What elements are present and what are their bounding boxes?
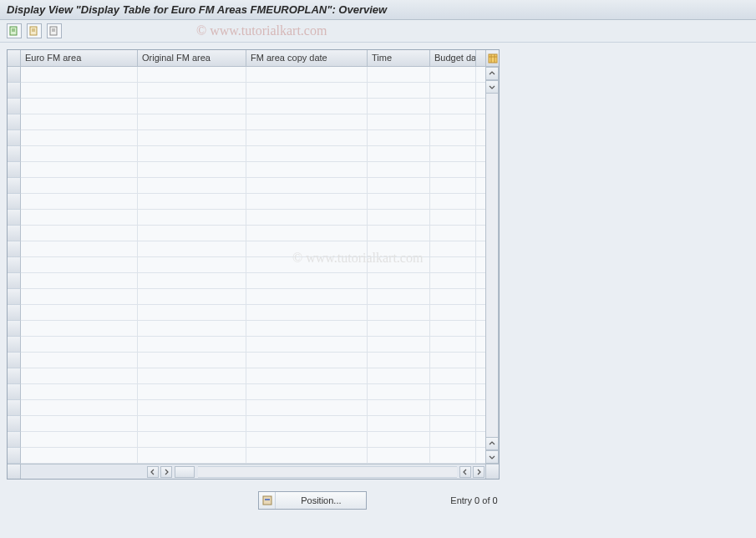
table-cell[interactable] — [368, 67, 430, 82]
table-cell[interactable] — [368, 146, 430, 161]
table-cell[interactable] — [368, 368, 430, 383]
table-cell[interactable] — [138, 384, 246, 399]
table-cell[interactable] — [430, 353, 476, 368]
configure-columns-button[interactable] — [485, 50, 499, 67]
scroll-up-button-bottom[interactable] — [485, 437, 499, 450]
position-button[interactable]: Position... — [258, 491, 367, 510]
table-cell[interactable] — [368, 178, 430, 193]
table-cell[interactable] — [21, 67, 138, 82]
row-selector[interactable] — [8, 241, 21, 257]
table-cell[interactable] — [138, 337, 246, 352]
scroll-down-button[interactable] — [485, 80, 499, 94]
table-cell[interactable] — [21, 130, 138, 145]
table-cell[interactable] — [138, 178, 246, 193]
table-cell[interactable] — [138, 257, 246, 272]
table-cell[interactable] — [246, 99, 368, 114]
row-selector[interactable] — [8, 368, 21, 384]
table-cell[interactable] — [21, 241, 138, 256]
row-selector[interactable] — [8, 353, 21, 368]
table-cell[interactable] — [21, 337, 138, 352]
table-cell[interactable] — [368, 400, 430, 415]
table-cell[interactable] — [21, 210, 138, 225]
table-cell[interactable] — [138, 226, 246, 241]
scroll-up-button[interactable] — [485, 67, 499, 80]
table-cell[interactable] — [21, 416, 138, 431]
table-cell[interactable] — [21, 83, 138, 98]
row-selector[interactable] — [8, 337, 21, 353]
table-cell[interactable] — [246, 146, 368, 161]
table-cell[interactable] — [138, 210, 246, 225]
table-cell[interactable] — [368, 83, 430, 98]
vertical-scroll-track[interactable] — [485, 94, 499, 437]
table-cell[interactable] — [246, 432, 368, 447]
table-cell[interactable] — [21, 273, 138, 288]
table-cell[interactable] — [138, 83, 246, 98]
table-cell[interactable] — [21, 99, 138, 114]
table-cell[interactable] — [430, 432, 476, 447]
table-cell[interactable] — [138, 194, 246, 209]
row-selector[interactable] — [8, 99, 21, 114]
toolbar-btn-3[interactable] — [47, 23, 62, 38]
table-cell[interactable] — [246, 226, 368, 241]
table-cell[interactable] — [138, 162, 246, 177]
table-cell[interactable] — [430, 194, 476, 209]
row-selector[interactable] — [8, 257, 21, 273]
table-cell[interactable] — [430, 146, 476, 161]
scroll-right-button[interactable] — [160, 466, 172, 478]
table-cell[interactable] — [246, 194, 368, 209]
row-selector[interactable] — [8, 289, 21, 305]
row-selector[interactable] — [8, 194, 21, 210]
table-cell[interactable] — [430, 305, 476, 320]
table-cell[interactable] — [246, 368, 368, 383]
table-cell[interactable] — [430, 178, 476, 193]
table-cell[interactable] — [138, 130, 246, 145]
table-cell[interactable] — [246, 83, 368, 98]
table-cell[interactable] — [21, 305, 138, 320]
table-cell[interactable] — [138, 368, 246, 383]
table-cell[interactable] — [368, 210, 430, 225]
table-cell[interactable] — [246, 416, 368, 431]
table-cell[interactable] — [430, 321, 476, 336]
row-selector[interactable] — [8, 432, 21, 448]
toolbar-btn-1[interactable] — [7, 23, 22, 38]
table-cell[interactable] — [21, 289, 138, 304]
table-cell[interactable] — [430, 337, 476, 352]
table-cell[interactable] — [246, 384, 368, 399]
table-cell[interactable] — [246, 130, 368, 145]
table-cell[interactable] — [21, 194, 138, 209]
table-cell[interactable] — [368, 194, 430, 209]
row-selector[interactable] — [8, 114, 21, 130]
table-cell[interactable] — [368, 241, 430, 256]
table-cell[interactable] — [430, 448, 476, 463]
table-cell[interactable] — [368, 321, 430, 336]
column-header-time[interactable]: Time — [368, 50, 430, 66]
row-selector[interactable] — [8, 210, 21, 226]
table-cell[interactable] — [138, 321, 246, 336]
table-cell[interactable] — [368, 448, 430, 463]
table-cell[interactable] — [430, 273, 476, 288]
table-cell[interactable] — [138, 67, 246, 82]
table-cell[interactable] — [138, 416, 246, 431]
column-header-original-fm-area[interactable]: Original FM area — [138, 50, 246, 66]
table-cell[interactable] — [430, 289, 476, 304]
column-header-budget-da[interactable]: Budget da — [430, 50, 476, 66]
table-cell[interactable] — [430, 162, 476, 177]
table-cell[interactable] — [246, 448, 368, 463]
table-cell[interactable] — [21, 448, 138, 463]
scroll-down-button-bottom[interactable] — [485, 450, 499, 464]
table-cell[interactable] — [430, 368, 476, 383]
toolbar-btn-2[interactable] — [27, 23, 42, 38]
table-cell[interactable] — [430, 67, 476, 82]
table-cell[interactable] — [138, 448, 246, 463]
table-cell[interactable] — [368, 416, 430, 431]
table-cell[interactable] — [21, 432, 138, 447]
table-cell[interactable] — [246, 67, 368, 82]
table-cell[interactable] — [430, 400, 476, 415]
table-cell[interactable] — [21, 400, 138, 415]
table-cell[interactable] — [430, 226, 476, 241]
table-cell[interactable] — [246, 178, 368, 193]
table-cell[interactable] — [138, 432, 246, 447]
table-cell[interactable] — [21, 162, 138, 177]
table-cell[interactable] — [246, 114, 368, 129]
table-cell[interactable] — [21, 353, 138, 368]
